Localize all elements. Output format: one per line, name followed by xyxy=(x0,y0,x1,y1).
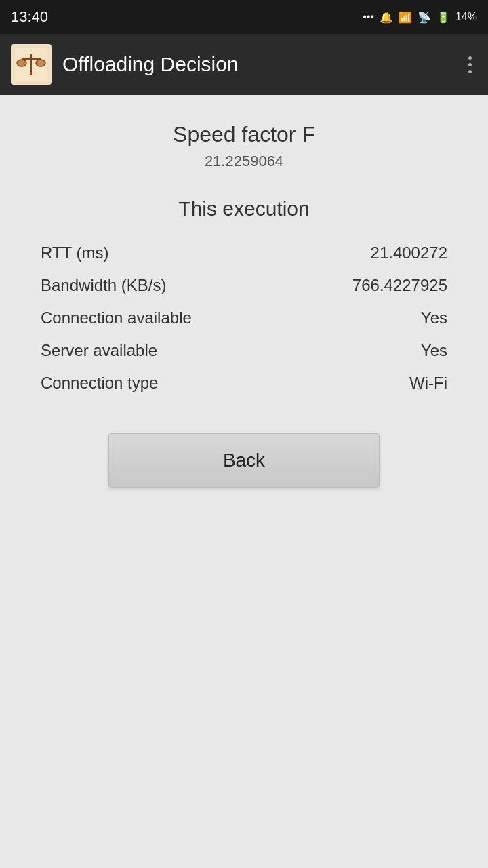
server-available-label: Server available xyxy=(41,341,157,360)
status-bar: 13:40 ••• 🔔 📶 📡 🔋 14% xyxy=(0,0,488,34)
signal-icon: 📡 xyxy=(418,11,431,24)
app-title: Offloading Decision xyxy=(62,53,239,76)
overflow-menu-button[interactable] xyxy=(463,51,477,79)
app-bar-left: Offloading Decision xyxy=(11,44,239,85)
rtt-label: RTT (ms) xyxy=(41,243,108,262)
back-button-container: Back xyxy=(41,433,447,488)
connection-available-value: Yes xyxy=(421,309,447,328)
execution-title: This execution xyxy=(41,197,447,220)
connection-type-value: Wi-Fi xyxy=(409,374,447,393)
battery-percent: 14% xyxy=(455,11,477,23)
app-bar: Offloading Decision xyxy=(0,34,488,95)
table-row: Bandwidth (KB/s) 766.4227925 xyxy=(41,269,447,302)
connection-type-label: Connection type xyxy=(41,374,158,393)
connection-available-label: Connection available xyxy=(41,309,192,328)
battery-icon: 🔋 xyxy=(436,11,450,24)
speed-factor-value: 21.2259064 xyxy=(41,153,447,170)
overflow-dot-3 xyxy=(468,70,472,73)
table-row: Connection type Wi-Fi xyxy=(41,367,447,399)
app-icon xyxy=(11,44,52,85)
notifications-icon: 🔔 xyxy=(380,11,393,24)
bandwidth-value: 766.4227925 xyxy=(352,276,447,295)
status-icons: ••• 🔔 📶 📡 🔋 14% xyxy=(363,11,477,24)
back-button[interactable]: Back xyxy=(108,433,380,488)
svg-point-3 xyxy=(17,60,26,66)
execution-section: This execution RTT (ms) 21.400272 Bandwi… xyxy=(41,197,447,399)
status-time: 13:40 xyxy=(11,8,48,26)
table-row: Server available Yes xyxy=(41,334,447,367)
server-available-value: Yes xyxy=(421,341,447,360)
svg-point-4 xyxy=(36,60,45,66)
bandwidth-label: Bandwidth (KB/s) xyxy=(41,276,166,295)
overflow-dot-2 xyxy=(468,63,472,66)
speed-factor-section: Speed factor F 21.2259064 xyxy=(41,122,447,170)
dots-icon: ••• xyxy=(363,11,374,23)
wifi-icon: 📶 xyxy=(399,11,412,24)
overflow-dot-1 xyxy=(468,56,472,60)
rtt-value: 21.400272 xyxy=(371,243,447,262)
speed-factor-title: Speed factor F xyxy=(41,122,447,147)
table-row: Connection available Yes xyxy=(41,302,447,334)
table-row: RTT (ms) 21.400272 xyxy=(41,237,447,269)
main-content: Speed factor F 21.2259064 This execution… xyxy=(0,95,488,515)
